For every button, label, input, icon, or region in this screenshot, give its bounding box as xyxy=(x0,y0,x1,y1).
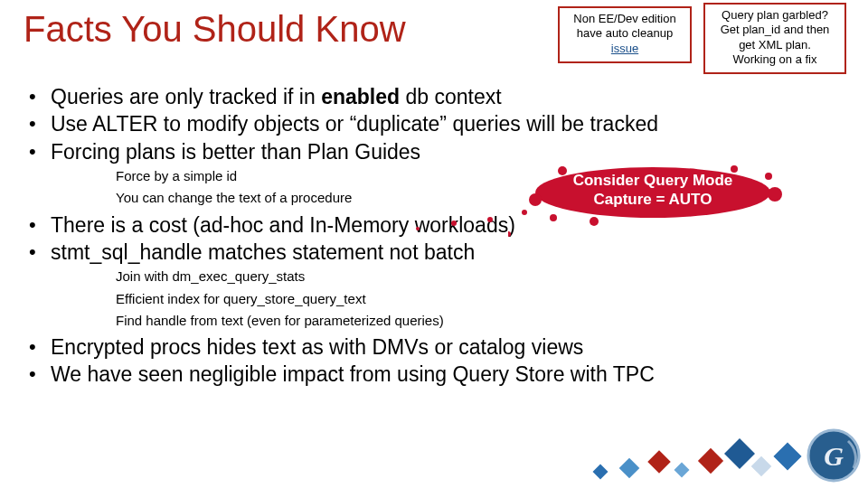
decorative-mosaic xyxy=(586,434,821,486)
text: stmt_sql_handle matches statement not ba… xyxy=(51,240,475,264)
text: db context xyxy=(400,85,502,108)
bullet-item: Forcing plans is better than Plan Guides… xyxy=(24,138,850,208)
bullet-item: Encrypted procs hides text as with DMVs … xyxy=(24,333,850,361)
callout-query-plan: Query plan garbled? Get plan_id and then… xyxy=(703,3,846,74)
callout-line: Get plan_id and then xyxy=(711,23,839,37)
bullet-item: We have seen negligible impact from usin… xyxy=(24,361,850,388)
callout-auto-cleanup: Non EE/Dev edition have auto cleanup iss… xyxy=(558,6,692,63)
slide-title: Facts You Should Know xyxy=(24,9,406,50)
svg-text:G: G xyxy=(824,441,844,471)
sub-bullet: Efficient index for query_store_query_te… xyxy=(116,290,850,308)
bullet-item: There is a cost (ad-hoc and In-Memory wo… xyxy=(24,211,850,239)
text: Forcing plans is better than Plan Guides xyxy=(51,140,420,164)
text: Queries are only tracked if in xyxy=(51,85,321,108)
callout-line: get XML plan. xyxy=(711,38,839,52)
callout-link[interactable]: issue xyxy=(611,42,638,55)
callout-line: Non EE/Dev edition xyxy=(565,12,684,26)
callout-line: Working on a fix xyxy=(711,52,839,67)
bullet-item: Queries are only tracked if in enabled d… xyxy=(24,83,850,110)
bullet-item: stmt_sql_handle matches statement not ba… xyxy=(24,239,850,330)
sub-bullet: Join with dm_exec_query_stats xyxy=(116,267,850,286)
callout-line: Query plan garbled? xyxy=(711,8,839,23)
sub-bullet: Find handle from text (even for paramete… xyxy=(116,312,850,330)
text-bold: enabled xyxy=(321,85,400,108)
callout-line: have auto cleanup xyxy=(565,26,684,41)
logo-icon: G xyxy=(805,427,863,484)
slide-body: Queries are only tracked if in enabled d… xyxy=(24,83,850,389)
sub-bullet: You can change the text of a procedure xyxy=(116,189,850,207)
bullet-item: Use ALTER to modify objects or “duplicat… xyxy=(24,110,850,137)
sub-bullet: Force by a simple id xyxy=(116,167,850,185)
